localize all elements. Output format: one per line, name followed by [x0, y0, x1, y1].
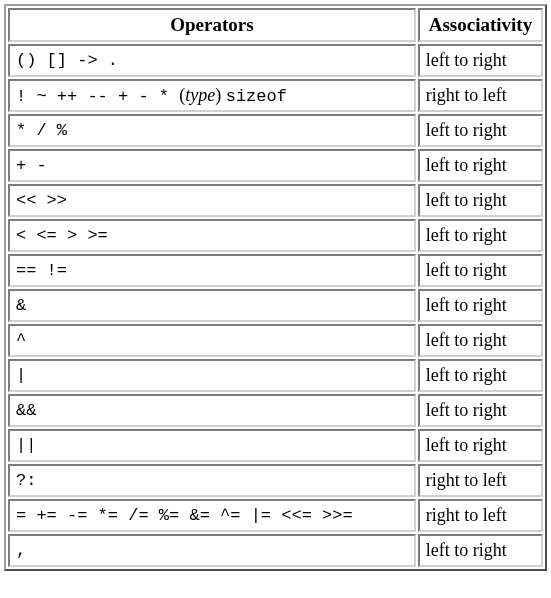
- associativity-cell: left to right: [418, 44, 543, 77]
- table-row: * / %left to right: [8, 114, 543, 147]
- associativity-cell: left to right: [418, 394, 543, 427]
- operators-cell: &&: [8, 394, 416, 427]
- associativity-cell: left to right: [418, 149, 543, 182]
- operators-cell: ^: [8, 324, 416, 357]
- operators-cell: () [] -> .: [8, 44, 416, 77]
- ops-text: ! ~ ++ -- + - *: [16, 87, 179, 106]
- table-row: + -left to right: [8, 149, 543, 182]
- operators-cell: |: [8, 359, 416, 392]
- associativity-cell: left to right: [418, 359, 543, 392]
- table-row: ^left to right: [8, 324, 543, 357]
- paren-close: ): [215, 85, 226, 105]
- table-row: &&left to right: [8, 394, 543, 427]
- table-row: ?:right to left: [8, 464, 543, 497]
- type-placeholder: type: [185, 85, 215, 105]
- operators-cell: ||: [8, 429, 416, 462]
- associativity-cell: left to right: [418, 429, 543, 462]
- operator-precedence-table: Operators Associativity () [] -> .left t…: [4, 4, 547, 571]
- table-row: ! ~ ++ -- + - * (type) sizeofright to le…: [8, 79, 543, 112]
- operators-cell: < <= > >=: [8, 219, 416, 252]
- associativity-cell: left to right: [418, 324, 543, 357]
- operators-cell: ,: [8, 534, 416, 567]
- associativity-cell: left to right: [418, 289, 543, 322]
- associativity-cell: right to left: [418, 464, 543, 497]
- associativity-cell: right to left: [418, 79, 543, 112]
- table-row: ,left to right: [8, 534, 543, 567]
- associativity-cell: left to right: [418, 219, 543, 252]
- operators-cell: == !=: [8, 254, 416, 287]
- col-header-operators: Operators: [8, 8, 416, 42]
- operators-cell: = += -= *= /= %= &= ^= |= <<= >>=: [8, 499, 416, 532]
- table-row: < <= > >=left to right: [8, 219, 543, 252]
- associativity-cell: right to left: [418, 499, 543, 532]
- operators-cell: &: [8, 289, 416, 322]
- operators-cell: ?:: [8, 464, 416, 497]
- associativity-cell: left to right: [418, 254, 543, 287]
- operators-cell: ! ~ ++ -- + - * (type) sizeof: [8, 79, 416, 112]
- table-body: () [] -> .left to right! ~ ++ -- + - * (…: [8, 44, 543, 567]
- table-row: = += -= *= /= %= &= ^= |= <<= >>=right t…: [8, 499, 543, 532]
- operators-cell: * / %: [8, 114, 416, 147]
- associativity-cell: left to right: [418, 114, 543, 147]
- associativity-cell: left to right: [418, 534, 543, 567]
- table-row: ||left to right: [8, 429, 543, 462]
- sizeof-text: sizeof: [226, 87, 287, 106]
- operators-cell: + -: [8, 149, 416, 182]
- col-header-associativity: Associativity: [418, 8, 543, 42]
- table-row: () [] -> .left to right: [8, 44, 543, 77]
- associativity-cell: left to right: [418, 184, 543, 217]
- operators-cell: << >>: [8, 184, 416, 217]
- table-row: &left to right: [8, 289, 543, 322]
- table-row: |left to right: [8, 359, 543, 392]
- table-row: << >>left to right: [8, 184, 543, 217]
- table-header-row: Operators Associativity: [8, 8, 543, 42]
- table-row: == !=left to right: [8, 254, 543, 287]
